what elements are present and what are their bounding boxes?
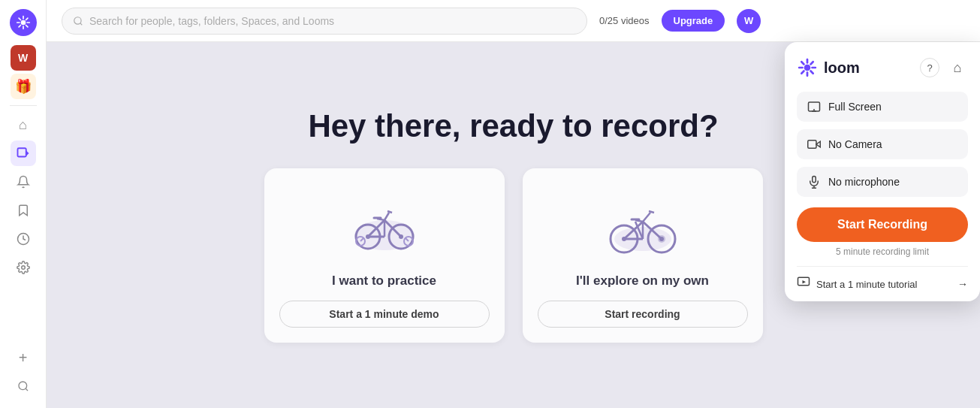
explore-illustration	[602, 186, 684, 261]
sidebar-user-avatar[interactable]: W	[11, 45, 36, 71]
camera-icon	[807, 138, 821, 151]
camera-label: No Camera	[828, 138, 882, 150]
popup-logo-text: loom	[824, 59, 860, 77]
svg-line-54	[801, 62, 804, 64]
upgrade-button[interactable]: Upgrade	[662, 10, 725, 32]
popup-help-icon[interactable]: ?	[920, 58, 939, 77]
svg-line-5	[19, 18, 20, 20]
topbar-avatar[interactable]: W	[737, 9, 761, 33]
svg-point-48	[658, 235, 665, 243]
sidebar-divider	[10, 105, 37, 106]
svg-line-7	[26, 18, 27, 20]
sidebar-item-home[interactable]: ⌂	[11, 112, 36, 138]
main-area: Search for people, tags, folders, Spaces…	[47, 0, 980, 408]
popup-header-icons: ? ⌂	[920, 57, 968, 78]
svg-line-26	[384, 213, 389, 220]
svg-marker-66	[803, 280, 807, 284]
search-icon	[73, 16, 83, 26]
svg-rect-61	[808, 141, 816, 149]
explore-card-title: I'll explore on my own	[576, 274, 709, 289]
svg-line-44	[643, 213, 650, 222]
sidebar-logo[interactable]	[10, 9, 37, 36]
search-placeholder: Search for people, tags, folders, Spaces…	[89, 15, 334, 27]
sidebar-bottom: +	[11, 345, 36, 399]
svg-point-12	[21, 266, 25, 270]
tutorial-row[interactable]: Start a 1 minute tutorial →	[797, 266, 968, 301]
popup-logo: loom	[797, 57, 860, 78]
fullscreen-option[interactable]: Full Screen	[797, 92, 968, 122]
svg-point-15	[74, 17, 81, 23]
svg-line-8	[19, 26, 20, 27]
popup-logo-icon	[797, 57, 818, 78]
svg-rect-9	[17, 148, 26, 156]
recording-limit-text: 5 minute recording limit	[797, 246, 968, 257]
microphone-option[interactable]: No microphone	[797, 167, 968, 197]
microphone-icon	[807, 175, 821, 189]
sidebar-gift-icon[interactable]: 🎁	[11, 74, 36, 99]
sidebar-item-notifications[interactable]	[11, 169, 36, 195]
practice-card-title: I want to practice	[332, 274, 436, 289]
sidebar-search-button[interactable]	[11, 373, 36, 399]
sidebar-item-history[interactable]	[11, 226, 36, 252]
practice-illustration	[343, 186, 426, 261]
hero-title: Hey there, ready to record?	[308, 108, 718, 144]
svg-rect-62	[813, 177, 816, 183]
sidebar: W 🎁 ⌂ +	[0, 0, 47, 408]
topbar: Search for people, tags, folders, Spaces…	[47, 0, 980, 42]
sidebar-item-settings[interactable]	[11, 255, 36, 280]
svg-line-14	[26, 388, 28, 391]
microphone-label: No microphone	[828, 176, 900, 188]
popup-home-icon[interactable]: ⌂	[947, 57, 968, 78]
sidebar-item-bookmarks[interactable]	[11, 198, 36, 223]
svg-marker-10	[26, 150, 29, 156]
sidebar-item-videos[interactable]	[11, 141, 36, 166]
cards-row: I want to practice Start a 1 minute demo	[264, 168, 763, 343]
explore-card-button[interactable]: Start recording	[538, 301, 748, 328]
video-count: 0/25 videos	[599, 15, 650, 26]
svg-line-57	[801, 71, 804, 74]
tutorial-icon	[797, 276, 810, 292]
svg-point-13	[19, 382, 27, 390]
svg-point-0	[20, 20, 26, 26]
practice-card: I want to practice Start a 1 minute demo	[264, 168, 505, 343]
svg-point-49	[804, 65, 811, 71]
sidebar-add-button[interactable]: +	[11, 345, 36, 370]
camera-option[interactable]: No Camera	[797, 129, 968, 159]
practice-card-button[interactable]: Start a 1 minute demo	[279, 301, 490, 328]
svg-line-6	[26, 26, 27, 27]
tutorial-arrow-icon: →	[957, 278, 968, 290]
tutorial-label: Start a 1 minute tutorial	[816, 279, 917, 290]
start-recording-button[interactable]: Start Recording	[797, 207, 968, 242]
fullscreen-icon	[807, 100, 821, 113]
svg-line-55	[811, 71, 813, 74]
svg-line-16	[80, 23, 83, 25]
fullscreen-label: Full Screen	[828, 101, 882, 113]
svg-line-56	[811, 62, 813, 64]
loom-popup: loom ? ⌂ Full Screen	[785, 42, 980, 301]
explore-card: I'll explore on my own Start recording	[523, 168, 763, 343]
popup-header: loom ? ⌂	[797, 57, 968, 78]
search-bar[interactable]: Search for people, tags, folders, Spaces…	[62, 8, 587, 35]
